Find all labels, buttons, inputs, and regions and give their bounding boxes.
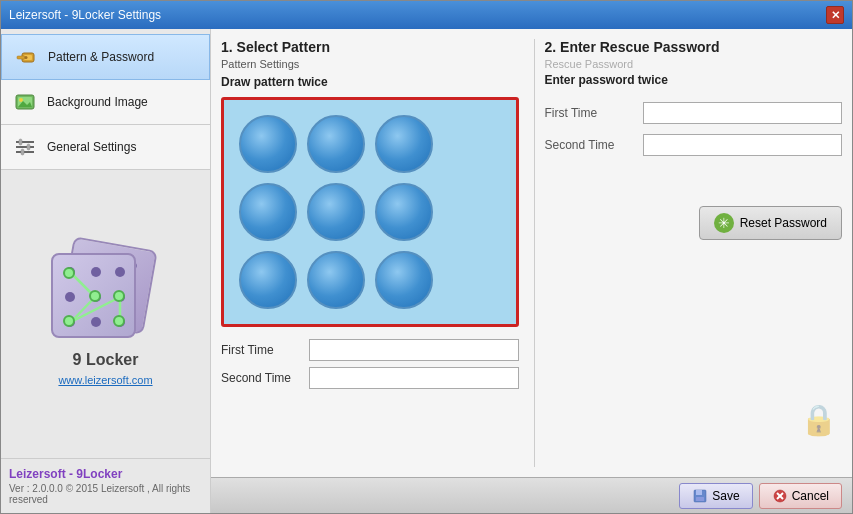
logo-title: 9 Locker <box>73 351 139 369</box>
watermark: 🔒 <box>800 402 837 437</box>
bottom-bar: Save Cancel <box>211 477 852 513</box>
svg-rect-12 <box>27 144 30 150</box>
cancel-label: Cancel <box>792 489 829 503</box>
settings-icon <box>11 133 39 161</box>
pattern-dot-6[interactable] <box>375 183 433 241</box>
card-front <box>51 253 136 338</box>
svg-point-6 <box>19 98 23 102</box>
pattern-first-time-input[interactable] <box>309 339 519 361</box>
title-bar: Leizersoft - 9Locker Settings ✕ <box>1 1 852 29</box>
sidebar-item-background-image[interactable]: Background Image <box>1 80 210 125</box>
reset-password-button[interactable]: ✳ Reset Password <box>699 206 842 240</box>
password-first-time-input[interactable] <box>643 102 843 124</box>
sidebar: Pattern & Password Background Image <box>1 29 211 513</box>
save-label: Save <box>712 489 739 503</box>
svg-rect-11 <box>19 139 22 145</box>
rescue-password-subtitle: Rescue Password <box>545 58 843 70</box>
window-title: Leizersoft - 9Locker Settings <box>9 8 161 22</box>
svg-rect-2 <box>17 56 25 59</box>
pattern-section-title: 1. Select Pattern <box>221 39 519 55</box>
image-icon <box>11 88 39 116</box>
pattern-section: 1. Select Pattern Pattern Settings Draw … <box>221 39 519 467</box>
reset-icon: ✳ <box>714 213 734 233</box>
pattern-first-time-row: First Time <box>221 339 519 361</box>
svg-rect-10 <box>16 151 34 153</box>
pattern-dot-9[interactable] <box>375 251 433 309</box>
main-content: Pattern & Password Background Image <box>1 29 852 513</box>
sidebar-label-background-image: Background Image <box>47 95 148 109</box>
version-info: Ver : 2.0.0.0 © 2015 Leizersoft , All ri… <box>9 483 202 505</box>
pattern-dot-3[interactable] <box>375 115 433 173</box>
pattern-row-3 <box>239 251 501 309</box>
pattern-settings-subtitle: Pattern Settings <box>221 58 519 70</box>
footer-info: Leizersoft - 9Locker Ver : 2.0.0.0 © 201… <box>1 458 210 513</box>
password-second-time-row: Second Time <box>545 134 843 156</box>
sidebar-item-pattern-password[interactable]: Pattern & Password <box>1 34 210 80</box>
pattern-first-time-label: First Time <box>221 343 301 357</box>
pattern-row-1 <box>239 115 501 173</box>
rescue-instruction: Enter password twice <box>545 73 843 87</box>
svg-rect-20 <box>696 497 704 501</box>
svg-point-3 <box>25 56 28 59</box>
content-area: 1. Select Pattern Pattern Settings Draw … <box>211 29 852 513</box>
key-icon <box>12 43 40 71</box>
save-icon <box>692 488 708 504</box>
cancel-icon <box>772 488 788 504</box>
password-second-time-label: Second Time <box>545 138 635 152</box>
password-first-time-label: First Time <box>545 106 635 120</box>
pattern-dot-8[interactable] <box>307 251 365 309</box>
main-window: Leizersoft - 9Locker Settings ✕ Pattern … <box>0 0 853 514</box>
sidebar-label-general-settings: General Settings <box>47 140 136 154</box>
website-link[interactable]: www.leizersoft.com <box>58 374 152 386</box>
cancel-button[interactable]: Cancel <box>759 483 842 509</box>
pattern-dot-2[interactable] <box>307 115 365 173</box>
password-second-time-input[interactable] <box>643 134 843 156</box>
logo-area: 9 Locker www.leizersoft.com <box>41 170 171 458</box>
sidebar-label-pattern-password: Pattern & Password <box>48 50 154 64</box>
pattern-second-time-row: Second Time <box>221 367 519 389</box>
svg-rect-8 <box>16 141 34 143</box>
reset-btn-label: Reset Password <box>740 216 827 230</box>
password-section-title: 2. Enter Rescue Password <box>545 39 843 55</box>
password-section: 2. Enter Rescue Password Rescue Password… <box>534 39 843 467</box>
logo-image <box>51 243 161 343</box>
pattern-row-2 <box>239 183 501 241</box>
pattern-grid[interactable] <box>221 97 519 327</box>
pattern-dot-4[interactable] <box>239 183 297 241</box>
pattern-second-time-label: Second Time <box>221 371 301 385</box>
pattern-dot-1[interactable] <box>239 115 297 173</box>
svg-rect-13 <box>21 149 24 155</box>
content-inner: 1. Select Pattern Pattern Settings Draw … <box>211 29 852 477</box>
pattern-instruction: Draw pattern twice <box>221 75 519 89</box>
save-button[interactable]: Save <box>679 483 752 509</box>
close-button[interactable]: ✕ <box>826 6 844 24</box>
password-first-time-row: First Time <box>545 102 843 124</box>
svg-rect-19 <box>696 490 702 495</box>
brand-name: Leizersoft - 9Locker <box>9 467 202 481</box>
pattern-dot-5[interactable] <box>307 183 365 241</box>
svg-rect-9 <box>16 146 34 148</box>
lock-watermark-icon: 🔒 <box>800 402 837 437</box>
pattern-second-time-input[interactable] <box>309 367 519 389</box>
sidebar-item-general-settings[interactable]: General Settings <box>1 125 210 170</box>
pattern-dot-7[interactable] <box>239 251 297 309</box>
